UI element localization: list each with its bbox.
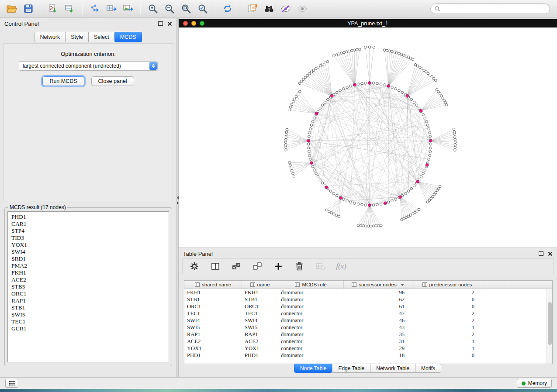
tab-network-table[interactable]: Network Table <box>370 364 415 373</box>
find-button[interactable] <box>261 2 277 16</box>
table-row[interactable]: YOX1YOX1connector291 <box>184 345 552 352</box>
float-panel-icon[interactable] <box>539 251 543 256</box>
import-network-button[interactable] <box>45 2 62 16</box>
unselect-all-columns-button[interactable] <box>252 261 263 272</box>
show-hide-details-button[interactable] <box>294 2 311 16</box>
main-toolbar <box>0 0 557 17</box>
save-session-button[interactable] <box>20 2 37 16</box>
column-header-successor-nodes[interactable]: successor nodes <box>344 281 412 289</box>
table-row[interactable]: STB1STB1dominator620 <box>184 296 552 303</box>
network-canvas[interactable] <box>179 28 557 248</box>
float-panel-icon[interactable] <box>158 21 163 26</box>
table-cell: 61 <box>344 303 412 310</box>
mcds-result-item[interactable]: TID3 <box>11 234 169 241</box>
table-row[interactable]: TEC1TEC1connector472 <box>184 310 552 317</box>
minimize-window-icon[interactable] <box>191 21 196 26</box>
zoom-out-button[interactable] <box>161 2 178 16</box>
mcds-result-item[interactable]: CAR1 <box>11 220 169 227</box>
mcds-result-item[interactable]: GCR1 <box>11 325 169 332</box>
mcds-result-item[interactable]: TEC1 <box>11 318 169 325</box>
tab-network[interactable]: Network <box>34 32 66 42</box>
column-header-shared-name[interactable]: shared name <box>184 281 242 289</box>
open-session-button[interactable] <box>3 2 20 16</box>
mcds-result-item[interactable]: ORC1 <box>11 290 169 297</box>
select-all-columns-button[interactable] <box>231 261 242 272</box>
mcds-result-item[interactable]: STB1 <box>11 304 169 311</box>
network-window-titlebar[interactable]: YPA_prune.txt_1 <box>179 19 557 28</box>
sort-descending-icon[interactable] <box>401 284 404 286</box>
table-cell: 2 <box>412 289 482 296</box>
tab-edge-table[interactable]: Edge Table <box>332 364 370 373</box>
mcds-result-item[interactable]: PMA2 <box>11 262 169 269</box>
mcds-result-item[interactable]: SRD1 <box>11 255 169 262</box>
table-row[interactable]: PHD1PHD1dominator180 <box>184 352 552 359</box>
column-header-predecessor-nodes[interactable]: predecessor nodes <box>412 281 482 289</box>
refresh-view-button[interactable] <box>219 2 236 16</box>
panel-menu-button[interactable] <box>5 379 18 388</box>
table-row[interactable]: ORC1ORC1dominator610 <box>184 303 552 310</box>
tab-select[interactable]: Select <box>88 32 115 42</box>
column-header-mcds-role[interactable]: MCDS role <box>278 281 344 289</box>
table-cell: YOX1 <box>184 345 242 352</box>
show-columns-button[interactable] <box>210 261 221 272</box>
zoom-in-button[interactable] <box>145 2 161 16</box>
close-panel-icon[interactable] <box>548 251 553 256</box>
table-row[interactable]: RAP1RAP1dominator352 <box>184 331 552 338</box>
tab-mcds[interactable]: MCDS <box>114 32 142 42</box>
table-settings-button[interactable] <box>189 261 200 272</box>
delete-column-button[interactable] <box>294 261 305 272</box>
mcds-result-item[interactable]: PHD1 <box>11 213 169 220</box>
table-cell: TEC1 <box>242 310 278 317</box>
copy-view-button[interactable] <box>244 2 261 16</box>
tab-node-table[interactable]: Node Table <box>294 364 333 373</box>
close-panel-icon[interactable] <box>167 21 172 26</box>
export-network-icon <box>89 3 100 14</box>
search-input[interactable] <box>440 4 550 13</box>
import-table-button[interactable] <box>62 2 78 16</box>
list-menu-icon <box>8 381 15 386</box>
mcds-result-item[interactable]: RAP1 <box>11 297 169 304</box>
table-body: FKH1FKH1dominator962STB1STB1dominator620… <box>184 289 552 359</box>
network-canvas-svg[interactable] <box>179 28 557 248</box>
control-panel: Control Panel NetworkStyleSelectMCDS Opt… <box>0 18 176 377</box>
mcds-result-item[interactable]: FKH1 <box>11 269 169 276</box>
table-row[interactable]: ACE2ACE2connector311 <box>184 338 552 345</box>
table-row[interactable]: SWI5SWI5connector431 <box>184 324 552 331</box>
create-column-button[interactable] <box>273 261 284 272</box>
mcds-result-item[interactable]: YOX1 <box>11 241 169 248</box>
mcds-result-group: MCDS result (17 nodes) PHD1CAR1STP4TID3Y… <box>4 204 172 366</box>
table-cell: STB1 <box>242 296 278 303</box>
table-row[interactable]: FKH1FKH1dominator962 <box>184 289 552 296</box>
table-column-icon <box>422 282 427 287</box>
table-cell: dominator <box>278 317 344 324</box>
run-mcds-button[interactable]: Run MCDS <box>42 76 84 86</box>
scrollbar-thumb[interactable] <box>548 302 552 345</box>
maximize-window-icon[interactable] <box>200 21 204 26</box>
tab-style[interactable]: Style <box>65 32 89 42</box>
search-field[interactable] <box>430 3 550 14</box>
export-table-button[interactable] <box>103 2 120 16</box>
mcds-result-item[interactable]: ACE2 <box>11 276 169 283</box>
export-network-button[interactable] <box>86 2 103 16</box>
tab-motifs[interactable]: Motifs <box>415 364 441 373</box>
table-vertical-scrollbar[interactable] <box>547 289 552 364</box>
table-cell: FKH1 <box>242 289 278 296</box>
criterion-dropdown[interactable]: largest connected component (undirected) <box>19 61 158 71</box>
export-image-button[interactable] <box>120 2 136 16</box>
column-header-name[interactable]: name <box>242 281 278 289</box>
plus-icon <box>273 261 283 271</box>
close-window-icon[interactable] <box>183 21 188 26</box>
toggle-graphics-details-button[interactable] <box>277 2 294 16</box>
fx-icon: f(x) <box>336 262 346 271</box>
search-icon <box>434 6 440 12</box>
mcds-result-item[interactable]: STB5 <box>11 283 169 290</box>
zoom-fit-button[interactable] <box>178 2 194 16</box>
memory-button[interactable]: Memory <box>517 379 552 388</box>
close-panel-button[interactable]: Close panel <box>91 76 134 86</box>
mcds-result-item[interactable]: STP4 <box>11 227 169 234</box>
zoom-selected-button[interactable] <box>194 2 211 16</box>
table-cell: 46 <box>344 317 412 324</box>
mcds-result-item[interactable]: SWI4 <box>11 248 169 255</box>
table-row[interactable]: SWI4SWI4dominator462 <box>184 317 552 324</box>
mcds-result-item[interactable]: SWI5 <box>11 311 169 318</box>
